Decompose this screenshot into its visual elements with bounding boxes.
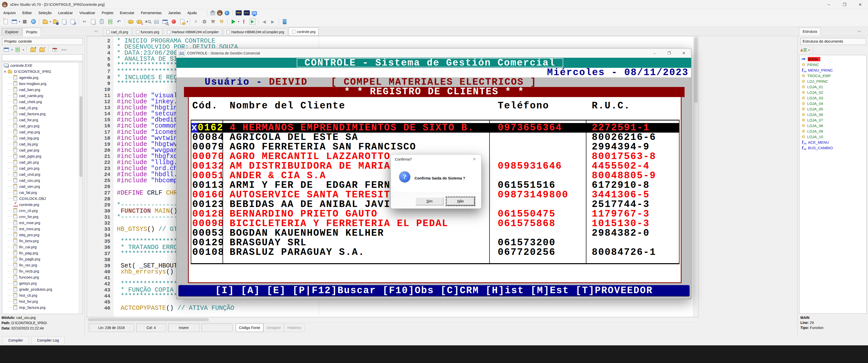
drill-button[interactable]: ⚒ xyxy=(217,18,226,26)
project-file-cad-gru-prg[interactable]: cad_gru.prg xyxy=(2,123,83,129)
structure-item-loja-09[interactable]: ⚙LOJA_09 xyxy=(800,128,866,134)
structure-item-loja-04[interactable]: ⚙LOJA_04 xyxy=(800,101,866,106)
project-file-cad-cli-prg[interactable]: cad_cli.prg xyxy=(2,105,83,111)
exit-door-button[interactable] xyxy=(280,18,289,26)
save-all-button[interactable]: ⇄ xyxy=(68,18,77,26)
structure-item-loja-05[interactable]: ⚙LOJA_05 xyxy=(800,106,866,112)
code-tool-icon[interactable]: C<> xyxy=(244,10,250,15)
client-row-00129[interactable]: 00129BRASGUAY SRL061573200 xyxy=(191,238,679,248)
structure-item-ace-menu[interactable]: ƒ(n)ACE_MENU xyxy=(800,139,866,145)
new-file-button[interactable]: * xyxy=(1,18,10,26)
nav-forward-button[interactable]: ▶ xyxy=(269,18,277,26)
sort-icon[interactable] xyxy=(800,48,807,52)
blank-button[interactable] xyxy=(21,18,29,26)
find-text-button[interactable]: A xyxy=(144,18,152,26)
project-list-button[interactable] xyxy=(13,45,22,54)
structure-item-loja-06[interactable]: ⚙LOJA_06 xyxy=(800,112,866,117)
gear-button[interactable]: ⚙ xyxy=(200,18,209,26)
project-file-hist-cli-prg[interactable]: hist_cli.prg xyxy=(2,292,83,298)
project-file-cad-usu-prg[interactable]: cad_usu.prg xyxy=(2,177,83,183)
tab-cad-cli-prg[interactable]: cad_cli.prg xyxy=(103,28,131,36)
client-row-00128[interactable]: 00128BERNARDINO PRIETO GAUTO061550475117… xyxy=(191,209,679,219)
structure-item-bus-cambio[interactable]: ƒ(n)BUS_CAMBIO xyxy=(800,145,866,151)
project-file-crm-cli-prg[interactable]: crm_cli.prg xyxy=(2,207,83,213)
folder-add-button[interactable]: + xyxy=(29,45,37,54)
project-file-cad-pro-prg[interactable]: cad_pro.prg xyxy=(2,165,83,171)
project-file-cad-par-prg[interactable]: cad_par.prg xyxy=(2,147,83,153)
project-file-box-msgbox-prg[interactable]: box-msgbox.prg xyxy=(2,80,83,87)
project-file-cad-plc-prg[interactable]: cad_plc.prg xyxy=(2,159,83,165)
main-function-button[interactable]: MAIN xyxy=(60,45,68,54)
structure-item-loja-10[interactable]: ⚙LOJA_10 xyxy=(800,134,866,139)
project-root-exe[interactable]: controle.EXE xyxy=(2,62,83,68)
menu-projeto[interactable]: Projeto xyxy=(98,9,117,16)
menu-selecao[interactable]: Seleção xyxy=(35,9,55,16)
open-window-button[interactable] xyxy=(10,18,19,26)
project-grid-button[interactable] xyxy=(51,45,59,54)
chevron-down-icon[interactable]: ▾ xyxy=(238,20,239,23)
structure-dock-icon[interactable]: ×× xyxy=(858,30,861,33)
dialog-close-icon[interactable]: ✕ xyxy=(471,155,478,164)
menu-janelas[interactable]: Janelas xyxy=(165,9,184,16)
structure-item-main[interactable]: MAIN xyxy=(800,56,866,62)
paste-button[interactable] xyxy=(97,18,106,26)
cut-button[interactable]: ✂ xyxy=(80,18,89,26)
chevron-down-icon[interactable]: ▾ xyxy=(187,20,188,23)
tab-controle-prg[interactable]: controle.prg xyxy=(289,28,319,36)
project-file-fin-recb-prg[interactable]: fin_recb.prg xyxy=(2,268,83,274)
output-tab-compiler-log[interactable]: Compiler Log xyxy=(31,336,65,344)
project-filter-box[interactable] xyxy=(2,55,83,61)
stop-exclamation-button[interactable]: ! xyxy=(240,18,248,26)
project-file-imp-factura-prg[interactable]: imp_factura.prg xyxy=(2,304,83,310)
project-file-funcoes-prg[interactable]: funcoes.prg xyxy=(2,274,83,280)
close-icon[interactable]: ✕ xyxy=(852,0,868,9)
project-file-cad-pgto-prg[interactable]: cad_pgto.prg xyxy=(2,153,83,159)
tab-harbour-hbmk2-xcompiler[interactable]: Harbour-HBMK2##.xCompiler xyxy=(164,28,222,36)
client-row-00098[interactable]: 00098BICICLETERIA Y FERRETERIA EL PEDAL0… xyxy=(191,219,679,228)
chevron-down-icon[interactable]: ▾ xyxy=(19,20,20,23)
client-row-00053[interactable]: 00053BOGDAN KAUENHOWEN KELHER2984382-0 xyxy=(191,228,679,238)
sim-button[interactable]: Sim xyxy=(415,197,443,205)
structure-item-troca-emp[interactable]: ⚙TROCA_EMP xyxy=(800,73,866,78)
project-file-cad-log-prg[interactable]: cad_log.prg xyxy=(2,135,83,141)
list-green-button[interactable] xyxy=(106,18,115,26)
project-file-cad-for-prg[interactable]: cad_for.prg xyxy=(2,117,83,123)
structure-item-loj-princ[interactable]: ⚙LOJ_PRINC xyxy=(800,78,866,84)
project-file-cdxlock-obj[interactable]: CDXLOCK.OBJ xyxy=(2,195,83,201)
view-tab-codigo-fonte[interactable]: Código Fonte xyxy=(236,323,264,332)
xdev-mascot-icon[interactable] xyxy=(217,10,222,15)
nao-button[interactable]: Não xyxy=(446,197,475,205)
monitor-tool-icon[interactable] xyxy=(252,11,257,15)
build-tools-button[interactable]: ⚒ xyxy=(209,18,217,26)
maximize-icon[interactable]: ❐ xyxy=(837,0,852,9)
red-ball-button[interactable] xyxy=(169,18,178,26)
app-maximize-icon[interactable]: ❐ xyxy=(662,48,677,58)
menu-editar[interactable]: Editar xyxy=(19,9,35,16)
menu-visualizar[interactable]: Visualizar xyxy=(76,9,99,16)
project-file-est-mos-prg[interactable]: est_mos.prg xyxy=(2,226,83,232)
tab-estrutura[interactable]: Estrutura xyxy=(799,28,821,36)
home-icon[interactable] xyxy=(211,12,215,15)
dialog-titlebar[interactable]: Confirma? xyxy=(391,155,481,164)
folder-remove-button[interactable]: − xyxy=(38,45,46,54)
run-box-button[interactable] xyxy=(248,18,257,26)
structure-item-menu-princ[interactable]: ƒ(n)MENU_PRINC xyxy=(800,67,866,73)
client-row-00108[interactable]: 00108BRASLUZ PARAGUAY S.A.06772025680084… xyxy=(191,248,679,257)
menu-ferramentas[interactable]: Ferramentas xyxy=(137,9,165,16)
client-row-0162[interactable]: x01624 HERMANOS EMPRENDIMIENTOS DE SIXTO… xyxy=(191,123,679,133)
menu-ajuda[interactable]: Ajuda xyxy=(184,9,200,16)
project-file-cad-imp-prg[interactable]: cad_imp.prg xyxy=(2,129,83,135)
view-tab-historico[interactable]: Histórico xyxy=(284,323,304,332)
project-file-fin-cai-prg[interactable]: fin_cai.prg xyxy=(2,244,83,250)
chevron-down-icon[interactable]: ▾ xyxy=(23,48,24,51)
menu-localizar[interactable]: Localizar xyxy=(55,9,76,16)
code-line-46[interactable]: 46 ACTCOPYPASTE() // ATIVA FUNÇÃO xyxy=(87,305,693,311)
structure-item-loja-07[interactable]: ⚙LOJA_07 xyxy=(800,117,866,123)
app-close-icon[interactable]: ✕ xyxy=(677,48,691,58)
dbu-tool-icon[interactable]: DBU xyxy=(236,10,242,15)
tab-explorer[interactable]: Explorer xyxy=(1,28,22,36)
view-tab-designer[interactable]: Designer xyxy=(264,323,284,332)
replace-binoculars-button[interactable]: ▸ xyxy=(135,18,144,26)
lightning-button[interactable]: ⚡ xyxy=(191,18,200,26)
structure-item-loja-01[interactable]: ⚙LOJA_01 xyxy=(800,84,866,90)
